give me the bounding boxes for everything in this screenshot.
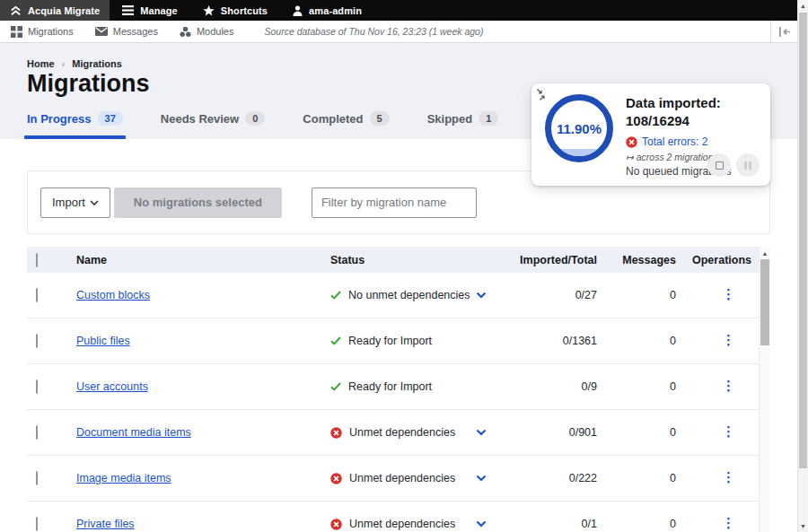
expand-row-chevron[interactable] bbox=[476, 520, 487, 528]
manage-menu-button[interactable]: Manage bbox=[110, 0, 190, 21]
toolbar-item-modules[interactable]: Modules bbox=[169, 21, 245, 42]
select-all-checkbox[interactable] bbox=[36, 253, 38, 267]
expand-row-chevron[interactable] bbox=[476, 292, 487, 299]
row-checkbox[interactable] bbox=[36, 425, 38, 440]
tab-count-badge: 1 bbox=[479, 111, 498, 126]
status-check-icon bbox=[330, 291, 341, 300]
imported-total-value: 0/27 bbox=[516, 289, 597, 301]
header-operations: Operations bbox=[676, 254, 759, 266]
status-text: No unmet dependencies bbox=[348, 289, 470, 301]
messages-count: 0 bbox=[597, 426, 676, 439]
toolbar-modules-label: Modules bbox=[197, 26, 234, 37]
data-imported-title: Data imported: 108/16294 bbox=[626, 94, 765, 130]
table-scrollbar-thumb[interactable] bbox=[760, 259, 769, 345]
star-icon bbox=[203, 5, 215, 16]
tab-count-badge: 5 bbox=[370, 111, 390, 126]
collapse-left-icon bbox=[778, 27, 791, 37]
migration-name-link[interactable]: User accounts bbox=[76, 380, 148, 393]
breadcrumb-home-link[interactable]: Home bbox=[27, 58, 55, 69]
imported-total-value: 0/1 bbox=[516, 518, 597, 530]
tab-label: In Progress bbox=[27, 112, 92, 126]
grid-icon bbox=[11, 26, 22, 38]
row-operations-kebab-icon[interactable]: ⋮ bbox=[722, 519, 735, 528]
tab-skipped[interactable]: Skipped 1 bbox=[427, 104, 499, 139]
status-error-icon bbox=[330, 519, 342, 530]
table-row: Image media items Unmet dependencies 0/2… bbox=[27, 456, 759, 501]
messages-count: 0 bbox=[597, 335, 676, 347]
resize-handle-icon[interactable] bbox=[536, 88, 549, 105]
page-title: Migrations bbox=[27, 70, 150, 98]
row-operations-kebab-icon[interactable]: ⋮ bbox=[722, 473, 735, 482]
table-row: User accounts Ready for Import 0/9 0 ⋮ bbox=[27, 364, 759, 410]
row-operations-kebab-icon[interactable]: ⋮ bbox=[722, 427, 735, 436]
header-messages: Messages bbox=[597, 254, 676, 266]
row-checkbox[interactable] bbox=[36, 334, 38, 348]
stop-import-button[interactable] bbox=[707, 153, 731, 177]
messages-count: 0 bbox=[597, 289, 676, 301]
status-error-icon bbox=[330, 427, 342, 439]
row-checkbox[interactable] bbox=[36, 288, 38, 302]
row-checkbox[interactable] bbox=[36, 379, 38, 394]
migration-name-link[interactable]: Private files bbox=[76, 518, 135, 530]
toolbar-item-migrations[interactable]: Migrations bbox=[0, 21, 84, 42]
envelope-icon bbox=[95, 27, 108, 36]
row-operations-kebab-icon[interactable]: ⋮ bbox=[722, 290, 735, 299]
migration-name-link[interactable]: Document media items bbox=[76, 426, 191, 439]
total-errors-link[interactable]: Total errors: 2 bbox=[626, 135, 765, 148]
shortcuts-menu-button[interactable]: Shortcuts bbox=[190, 0, 280, 21]
toolbar-collapse-button[interactable] bbox=[770, 21, 797, 42]
source-database-note: Source database of Thu Nov 16, 23:23 (1 … bbox=[264, 26, 483, 37]
scroll-up-arrow[interactable]: ▲ bbox=[798, 3, 808, 9]
status-error-icon bbox=[330, 473, 342, 484]
messages-count: 0 bbox=[597, 472, 676, 484]
row-operations-kebab-icon[interactable]: ⋮ bbox=[722, 381, 735, 390]
status-text: Unmet dependencies bbox=[349, 426, 455, 439]
brand-home-link[interactable]: Acquia Migrate bbox=[0, 0, 110, 21]
window-scrollbar[interactable]: ▲ ▼ bbox=[797, 0, 808, 532]
tab-in-progress[interactable]: In Progress 37 bbox=[27, 104, 123, 139]
expand-row-chevron[interactable] bbox=[476, 429, 487, 436]
migration-name-filter-input[interactable] bbox=[312, 188, 477, 218]
toolbar-migrations-label: Migrations bbox=[28, 26, 74, 37]
tab-needs-review[interactable]: Needs Review 0 bbox=[161, 104, 266, 139]
user-menu-button[interactable]: ama-admin bbox=[280, 0, 374, 21]
acquia-migrate-app: Acquia Migrate Manage Shortcuts ama-admi… bbox=[0, 0, 808, 532]
breadcrumb: Home › Migrations bbox=[27, 58, 122, 69]
admin-topbar: Acquia Migrate Manage Shortcuts ama-admi… bbox=[0, 0, 797, 21]
tab-label: Skipped bbox=[427, 112, 473, 126]
imported-total-value: 0/901 bbox=[516, 426, 597, 439]
migration-name-link[interactable]: Custom blocks bbox=[76, 289, 150, 301]
tab-completed[interactable]: Completed 5 bbox=[303, 104, 389, 139]
user-icon bbox=[293, 5, 303, 16]
imported-total-value: 0/222 bbox=[516, 472, 597, 484]
status-text: Ready for Import bbox=[348, 380, 432, 393]
toolbar-item-messages[interactable]: Messages bbox=[84, 21, 169, 42]
window-scrollbar-thumb[interactable] bbox=[799, 13, 807, 468]
user-label: ama-admin bbox=[309, 5, 362, 16]
status-check-icon bbox=[330, 382, 341, 391]
tab-count-badge: 37 bbox=[98, 111, 123, 126]
table-scroll-up-arrow[interactable]: ▲ bbox=[760, 250, 770, 257]
row-checkbox[interactable] bbox=[36, 517, 38, 531]
table-header-row: Name Status Imported/Total Messages Oper… bbox=[27, 247, 759, 273]
import-dropdown-button[interactable]: Import bbox=[40, 188, 110, 218]
table-row: Private files Unmet dependencies 0/1 0 ⋮ bbox=[27, 501, 759, 532]
row-checkbox[interactable] bbox=[36, 471, 38, 485]
shortcuts-label: Shortcuts bbox=[221, 5, 268, 16]
brand-label: Acquia Migrate bbox=[28, 5, 100, 16]
row-operations-kebab-icon[interactable]: ⋮ bbox=[722, 336, 735, 344]
messages-count: 0 bbox=[597, 518, 676, 530]
data-imported-count: 108/16294 bbox=[626, 113, 689, 128]
table-scrollbar[interactable]: ▲ bbox=[759, 247, 770, 532]
migrations-table: Name Status Imported/Total Messages Oper… bbox=[27, 247, 770, 532]
scroll-down-arrow[interactable]: ▼ bbox=[798, 523, 808, 529]
pause-import-button[interactable] bbox=[736, 153, 760, 177]
messages-count: 0 bbox=[597, 380, 676, 393]
breadcrumb-separator: › bbox=[62, 58, 66, 69]
table-row: Public files Ready for Import 0/1361 0 ⋮ bbox=[27, 318, 759, 364]
migration-name-link[interactable]: Image media items bbox=[76, 472, 171, 484]
migration-name-link[interactable]: Public files bbox=[76, 335, 130, 347]
expand-row-chevron[interactable] bbox=[476, 475, 487, 482]
breadcrumb-current: Migrations bbox=[72, 58, 122, 69]
imported-total-value: 0/1361 bbox=[516, 335, 597, 347]
